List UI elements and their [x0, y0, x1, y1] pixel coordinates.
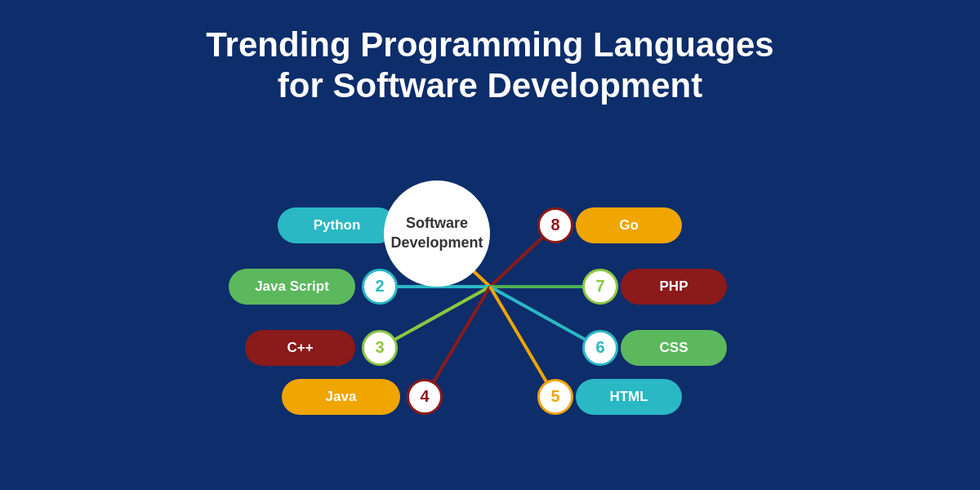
num-4: 4 — [407, 379, 443, 415]
num-5: 5 — [537, 379, 573, 415]
lang-python: Python — [278, 207, 396, 243]
num-8: 8 — [537, 207, 573, 243]
num-7: 7 — [582, 269, 618, 305]
page-title: Trending Programming Languages for Softw… — [206, 24, 773, 107]
lang-css: CSS — [621, 330, 727, 366]
lang-javascript: Java Script — [229, 269, 355, 305]
num-2: 2 — [362, 269, 398, 305]
num-6: 6 — [582, 330, 618, 366]
center-node: SoftwareDevelopment — [384, 180, 490, 287]
lang-go: Go — [576, 207, 682, 243]
lang-html: HTML — [576, 379, 682, 415]
num-3: 3 — [362, 330, 398, 366]
lang-php: PHP — [621, 269, 727, 305]
lang-java: Java — [282, 379, 400, 415]
diagram: SoftwareDevelopment 1 Python 8 Go 2 Java… — [204, 115, 776, 458]
lang-cpp: C++ — [245, 330, 355, 366]
